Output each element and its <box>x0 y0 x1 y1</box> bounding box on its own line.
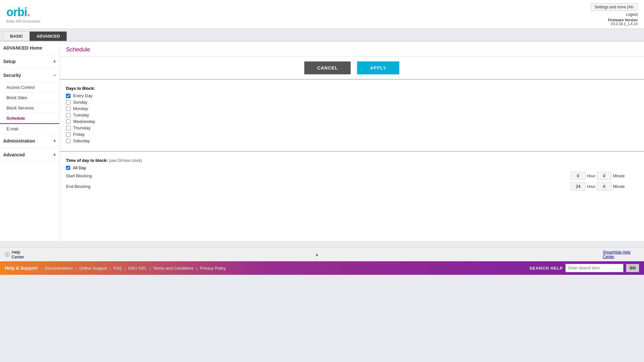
header: orbi. Better WiFi Everywhere Settings an… <box>0 0 644 29</box>
days-to-block-section: Days to Block: Every Day Sunday Monday T… <box>60 83 644 148</box>
security-expand-icon: − <box>53 72 56 78</box>
end-time-inputs: Hour Minute <box>571 182 625 190</box>
collapse-triangle-icon: ▲ <box>314 252 319 257</box>
logo-area: orbi. Better WiFi Everywhere <box>6 5 40 23</box>
day-wednesday: Wednesday <box>66 119 638 124</box>
sidebar-sub-email[interactable]: E-mail <box>0 124 59 134</box>
support-dash: - <box>41 266 42 271</box>
day-monday: Monday <box>66 106 638 111</box>
all-day-checkbox[interactable] <box>66 166 70 170</box>
sidebar-item-administration[interactable]: Administration + <box>0 134 59 148</box>
saturday-checkbox[interactable] <box>66 139 71 143</box>
help-collapse-button[interactable]: ▲ <box>31 251 603 258</box>
tuesday-label[interactable]: Tuesday <box>73 113 89 117</box>
day-friday: Friday <box>66 132 638 137</box>
friday-label[interactable]: Friday <box>73 132 85 137</box>
sidebar-security-label: Security <box>3 73 21 78</box>
start-time-inputs: Hour Minute <box>571 172 625 180</box>
thursday-checkbox[interactable] <box>66 126 71 130</box>
page-title: Schedule <box>60 42 644 57</box>
sidebar-advanced-home-label: ADVANCED Home <box>3 45 42 51</box>
day-sunday: Sunday <box>66 100 638 105</box>
sidebar: ADVANCED Home Setup + Security − Access … <box>0 42 60 241</box>
sidebar-item-advanced[interactable]: Advanced + <box>0 148 59 162</box>
logo: orbi. <box>6 5 40 19</box>
support-bar: Help & Support - Documentation | Online … <box>0 261 644 275</box>
thursday-label[interactable]: Thursday <box>73 125 90 130</box>
all-day-row: All Day <box>66 165 638 170</box>
sunday-label[interactable]: Sunday <box>73 100 87 105</box>
start-minute-label: Minute <box>613 174 625 178</box>
tab-basic[interactable]: BASIC <box>3 32 30 41</box>
logo-orbi: orbi <box>6 5 27 19</box>
saturday-label[interactable]: Saturday <box>73 138 90 143</box>
search-help-area: SEARCH HELP GO <box>529 264 639 272</box>
search-help-label: SEARCH HELP <box>529 266 563 271</box>
sidebar-advanced-label: Advanced <box>3 152 25 157</box>
end-minute-label: Minute <box>613 184 625 189</box>
end-minute-input[interactable] <box>597 182 611 190</box>
support-left: Help & Support - Documentation | Online … <box>5 265 226 271</box>
advanced-expand-icon: + <box>53 152 56 158</box>
sidebar-item-advanced-home[interactable]: ADVANCED Home <box>0 42 59 55</box>
section-divider-2 <box>60 151 644 152</box>
logout-link[interactable]: Logout <box>591 12 638 17</box>
administration-expand-icon: + <box>53 138 56 144</box>
support-documentation-link[interactable]: Documentation <box>45 266 73 271</box>
support-gnu-link[interactable]: GNU GPL <box>128 266 147 271</box>
sidebar-item-setup[interactable]: Setup + <box>0 55 59 69</box>
days-label: Days to Block: <box>66 86 638 91</box>
action-bar: CANCEL APPLY <box>60 57 644 79</box>
day-every-day: Every Day <box>66 93 638 98</box>
logo-dot: . <box>27 5 30 19</box>
day-saturday: Saturday <box>66 138 638 143</box>
firmware-version: V3.2.18.1_1.4.14 <box>611 22 638 26</box>
time-section: Time of day to block: (use 24-hour clock… <box>60 155 644 200</box>
show-hide-link[interactable]: Show/Hide Help Center <box>603 250 639 259</box>
nav-tabs: BASIC ADVANCED <box>0 29 644 42</box>
search-go-button[interactable]: GO <box>626 264 639 272</box>
start-hour-label: Hour <box>587 174 595 178</box>
sidebar-sub-block-sites[interactable]: Block Sites <box>0 93 59 103</box>
sidebar-administration-label: Administration <box>3 138 35 144</box>
everyday-label[interactable]: Every Day <box>73 93 92 98</box>
sidebar-sub-schedule[interactable]: Schedule <box>0 113 59 124</box>
support-online-support-link[interactable]: Online Support <box>79 266 107 271</box>
support-privacy-link[interactable]: Privacy Policy <box>200 266 226 271</box>
start-blocking-row: Start Blocking Hour Minute <box>66 172 638 180</box>
monday-label[interactable]: Monday <box>73 106 88 111</box>
wednesday-label[interactable]: Wednesday <box>73 119 95 124</box>
help-center-left: ⓘ Help Center <box>5 250 31 259</box>
sunday-checkbox[interactable] <box>66 100 71 105</box>
support-terms-link[interactable]: Terms and Conditions <box>153 266 194 271</box>
sidebar-sub-access-control[interactable]: Access Control <box>0 82 59 93</box>
friday-checkbox[interactable] <box>66 132 71 137</box>
help-center-bar: ⓘ Help Center ▲ Show/Hide Help Center <box>0 247 644 261</box>
all-day-label[interactable]: All Day <box>73 165 86 170</box>
start-minute-input[interactable] <box>597 172 611 180</box>
tab-advanced[interactable]: ADVANCED <box>30 32 67 41</box>
end-blocking-label: End Blocking <box>66 184 105 189</box>
day-tuesday: Tuesday <box>66 113 638 117</box>
support-title: Help & Support <box>5 265 38 271</box>
tuesday-checkbox[interactable] <box>66 113 71 117</box>
section-divider-1 <box>60 79 644 79</box>
apply-button[interactable]: APPLY <box>357 61 399 74</box>
settings-more-button[interactable]: Settings and more (Alt- <box>591 3 638 11</box>
end-hour-input[interactable] <box>571 182 585 190</box>
end-hour-label: Hour <box>587 184 595 189</box>
sidebar-item-security[interactable]: Security − <box>0 69 59 82</box>
wednesday-checkbox[interactable] <box>66 119 71 124</box>
main-layout: ADVANCED Home Setup + Security − Access … <box>0 42 644 241</box>
monday-checkbox[interactable] <box>66 107 71 111</box>
time-note: (use 24-hour clock) <box>109 158 142 163</box>
support-faq-link[interactable]: FAQ <box>113 266 122 271</box>
firmware-label: Firmware Version <box>608 18 638 22</box>
cancel-button[interactable]: CANCEL <box>304 61 351 74</box>
day-thursday: Thursday <box>66 125 638 130</box>
sidebar-sub-block-services[interactable]: Block Services <box>0 103 59 113</box>
search-help-input[interactable] <box>565 264 623 272</box>
content-area: Schedule CANCEL APPLY Days to Block: Eve… <box>60 42 644 241</box>
everyday-checkbox[interactable] <box>66 94 71 98</box>
start-hour-input[interactable] <box>571 172 585 180</box>
